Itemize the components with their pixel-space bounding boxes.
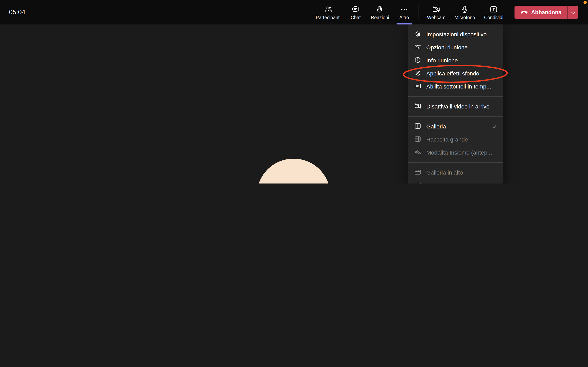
toolbar-button-condividi[interactable]: Condividi	[480, 0, 508, 25]
toolbar-label: Microfono	[454, 15, 475, 20]
toolbar-label: Condividi	[484, 15, 503, 20]
menu-item-disattiva-video-in-arrivo[interactable]: Disattiva il video in arrivo	[408, 100, 503, 113]
menu-item-raccolta-grande: Raccolta grande	[408, 133, 503, 146]
menu-divider	[408, 96, 503, 97]
large-gallery-icon	[414, 135, 421, 144]
menu-item-label: Impostazioni dispositivo	[426, 31, 497, 38]
menu-divider	[408, 162, 503, 163]
menu-item-info-riunione[interactable]: Info riunione	[408, 54, 503, 67]
toolbar-label: Altro	[399, 15, 409, 20]
toolbar-button-partecipanti[interactable]: Partecipanti	[311, 0, 345, 25]
more-dots-icon	[400, 5, 409, 14]
meeting-timer: 05:04	[9, 8, 25, 16]
menu-item-label: Info riunione	[426, 57, 497, 64]
toolbar-button-microfono[interactable]: Microfono	[450, 0, 480, 25]
menu-item-applica-effetti-sfondo[interactable]: Applica effetti sfondo	[408, 67, 503, 80]
menu-item-impostazioni-dispositivo[interactable]: Impostazioni dispositivo	[408, 28, 503, 41]
toolbar-button-webcam[interactable]: Webcam	[423, 0, 450, 25]
recording-indicator-dot	[584, 1, 587, 4]
video-off-icon	[414, 102, 421, 111]
menu-item-abilita-sottotitoli[interactable]: CC Abilita sottotitoli in temp...	[408, 80, 503, 93]
people-icon	[324, 5, 333, 14]
leave-options-button[interactable]	[567, 6, 578, 19]
menu-item-label: Disattiva il video in arrivo	[426, 103, 497, 110]
toolbar: Partecipanti Chat Reazioni Altro	[311, 0, 578, 25]
menu-item-label: Abilita sottotitoli in temp...	[426, 83, 497, 90]
chevron-down-icon	[571, 9, 575, 15]
toolbar-divider	[419, 5, 419, 19]
more-menu: Impostazioni dispositivo Opzioni riunion…	[408, 25, 503, 184]
menu-divider	[408, 116, 503, 117]
menu-item-label: Galleria	[426, 123, 486, 130]
top-gallery-icon	[414, 168, 421, 177]
menu-item-galleria-in-alto: Galleria in alto	[408, 166, 503, 179]
closed-captions-icon: CC	[414, 82, 421, 91]
avatar: GB	[257, 159, 330, 184]
sliders-icon	[414, 43, 421, 52]
menu-item-focus-sul-contenuto: Focus sul contenuto	[408, 179, 503, 184]
leave-button[interactable]: Abbandona	[515, 6, 567, 19]
together-mode-icon	[414, 148, 421, 157]
menu-item-label: Galleria in alto	[426, 169, 497, 176]
menu-item-opzioni-riunione[interactable]: Opzioni riunione	[408, 41, 503, 54]
chat-icon	[351, 5, 360, 14]
gallery-grid-icon	[414, 122, 421, 131]
avatar-initials: GB	[275, 181, 312, 184]
toolbar-button-altro[interactable]: Altro	[394, 0, 415, 25]
gear-icon	[414, 30, 421, 39]
toolbar-button-chat[interactable]: Chat	[345, 0, 366, 25]
background-effects-icon	[414, 69, 421, 78]
menu-item-label: Modalità Insieme (antep...	[426, 149, 497, 156]
toolbar-button-reazioni[interactable]: Reazioni	[366, 0, 394, 25]
menu-item-galleria[interactable]: Galleria	[408, 120, 503, 133]
leave-button-label: Abbandona	[531, 9, 562, 15]
menu-item-modalita-insieme: Modalità Insieme (antep...	[408, 146, 503, 159]
content-focus-icon	[414, 181, 421, 184]
menu-item-label: Opzioni riunione	[426, 44, 497, 50]
hand-reaction-icon	[375, 5, 384, 14]
info-icon	[414, 56, 421, 65]
toolbar-label: Partecipanti	[316, 15, 341, 20]
toolbar-label: Chat	[351, 15, 361, 20]
menu-item-label: Applica effetti sfondo	[426, 70, 497, 77]
leave-button-group: Abbandona	[515, 6, 579, 19]
teams-meeting-window: 05:04 Partecipanti Chat Reazioni	[0, 0, 588, 184]
microphone-icon	[460, 5, 469, 14]
phone-hangup-icon	[520, 9, 528, 15]
menu-item-label: Raccolta grande	[426, 136, 497, 143]
check-icon	[491, 123, 497, 129]
webcam-off-icon	[432, 5, 441, 14]
top-bar: 05:04 Partecipanti Chat Reazioni	[0, 0, 588, 25]
menu-item-label: Focus sul contenuto	[426, 182, 497, 184]
svg-text:CC: CC	[416, 85, 419, 87]
toolbar-label: Reazioni	[371, 15, 389, 20]
share-icon	[489, 5, 498, 14]
toolbar-label: Webcam	[427, 15, 445, 20]
